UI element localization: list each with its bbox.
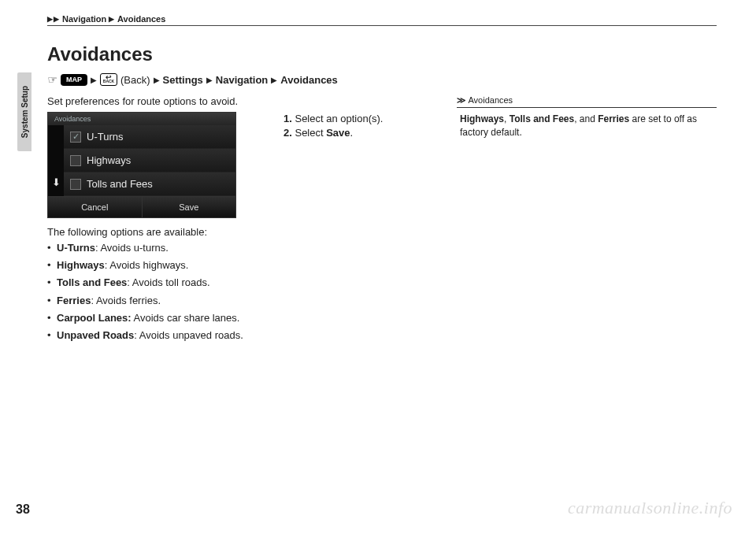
list-label: U-Turns [87,131,123,143]
step-2: 2. Select Save. [284,127,433,139]
double-chevron-icon: ≫ [457,95,463,105]
tri-icon: ▶ [154,76,160,84]
watermark: carmanualsonline.info [568,498,732,518]
options-intro: The following options are available: [47,226,260,238]
option-item: Unpaved Roads: Avoids unpaved roads. [47,328,260,343]
note-header: ≫ Avoidances [457,95,717,108]
sidebar-note: ≫ Avoidances Highways, Tolls and Fees, a… [457,95,717,139]
breadcrumb-nav: Navigation [62,14,106,24]
tri-icon: ▶ [54,15,59,23]
back-label: (Back) [120,74,150,86]
hand-icon: ☜ [47,73,57,86]
option-item: Carpool Lanes: Avoids car share lanes. [47,311,260,325]
cancel-button: Cancel [48,196,143,217]
checkbox-icon [70,179,81,190]
breadcrumb: ▶▶ Navigation ▶ Avoidances [47,14,717,24]
intro-text: Set preferences for route options to avo… [47,95,260,107]
option-item: Tolls and Fees: Avoids toll roads. [47,276,260,290]
side-tab-label: System Setup [20,86,29,138]
list-item: Highways [64,149,235,172]
side-tab: System Setup [17,72,32,151]
back-button-icon: BACK [100,73,117,86]
scroll-arrow-column: ⬇ [48,125,64,196]
tri-icon: ▶ [91,76,97,84]
note-body: Highways, Tolls and Fees, and Ferries ar… [457,113,717,139]
path-avoidances: Avoidances [280,74,338,86]
checkbox-icon [70,155,81,166]
breadcrumb-sub: Avoidances [117,14,165,24]
tri-icon: ▶ [271,76,277,84]
page-title: Avoidances [47,43,717,65]
list-label: Tolls and Fees [87,178,153,190]
option-item: Ferries: Avoids ferries. [47,294,260,308]
option-item: Highways: Avoids highways. [47,258,260,273]
list-label: Highways [87,154,131,166]
path-navigation: Navigation [216,74,268,86]
screenshot-list: ✓ U-Turns Highways Tolls and Fees [64,125,235,196]
screenshot-header: Avoidances [48,113,235,125]
option-item: U-Turns: Avoids u-turns. [47,241,260,255]
tri-icon: ▶ [109,15,114,23]
path-settings: Settings [163,74,203,86]
header-rule: ▶▶ Navigation ▶ Avoidances [47,14,717,26]
checkbox-icon: ✓ [70,132,81,143]
nav-path: ☜ MAP ▶ BACK (Back) ▶ Settings ▶ Navigat… [47,73,717,86]
map-button-icon: MAP [61,74,87,86]
device-screenshot: Avoidances ⬇ ✓ U-Turns Highways [47,112,236,218]
steps: 1. Select an option(s). 2. Select Save. [284,113,433,139]
step-1: 1. Select an option(s). [284,113,433,124]
tri-icon: ▶ [47,15,53,23]
page-number: 38 [16,502,30,517]
list-item: ✓ U-Turns [64,125,235,149]
down-arrow-icon: ⬇ [52,176,61,188]
list-item: Tolls and Fees [64,172,235,196]
options-list: U-Turns: Avoids u-turns. Highways: Avoid… [47,241,260,343]
save-button: Save [143,196,236,217]
tri-icon: ▶ [206,76,213,84]
